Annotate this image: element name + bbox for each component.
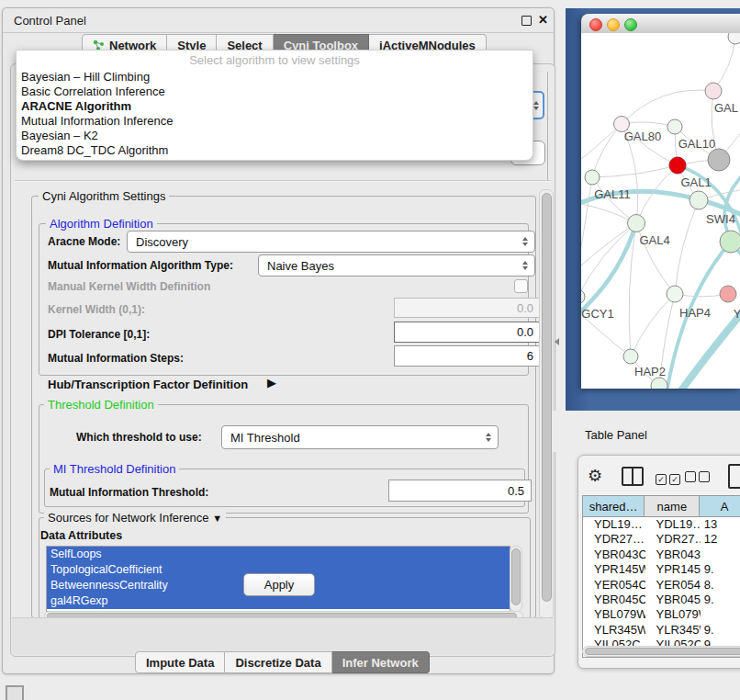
table-panel-window: ⚙ ✓✓ shared…nameA YDL19…YDL19…13YDR27…YD… <box>577 455 740 669</box>
algorithm-definition-title: Algorithm Definition <box>46 217 157 231</box>
table-cell: 12 <box>701 532 740 547</box>
mi-threshold-group-title: MI Threshold Definition <box>50 462 179 476</box>
table-row[interactable]: YDR27…YDR27…12 <box>583 532 740 547</box>
sources-collapse-arrow-icon[interactable]: ▼ <box>212 513 222 524</box>
network-window-titlebar[interactable] <box>581 14 740 34</box>
table-row[interactable]: YDL19…YDL19…13 <box>583 517 740 532</box>
splitter-collapse-icon[interactable] <box>555 338 559 345</box>
minimize-traffic-light-icon[interactable] <box>607 18 620 31</box>
tab-infer-network[interactable]: Infer Network <box>332 651 430 673</box>
kernel-width-label: Kernel Width (0,1): <box>48 303 145 316</box>
settings-vscrollbar[interactable] <box>539 189 554 619</box>
apply-button[interactable]: Apply <box>243 573 315 596</box>
mi-type-value: Naive Bayes <box>267 259 334 273</box>
table-cell: YBR045C <box>583 593 645 607</box>
tab-discretize-data-label: Discretize Data <box>235 656 320 670</box>
table-cell: YDR27… <box>583 532 645 547</box>
network-node-hap2[interactable] <box>623 349 638 364</box>
data-attribute-item[interactable]: SelfLoops <box>47 547 510 562</box>
dpi-tolerance-label: DPI Tolerance [0,1]: <box>48 328 150 341</box>
attributes-vscrollbar[interactable] <box>510 546 522 612</box>
network-node-y[interactable] <box>720 286 736 302</box>
table-cell: 9. <box>701 593 740 607</box>
docked-panel-icon[interactable] <box>6 685 24 700</box>
algorithm-option[interactable]: Mutual Information Inference <box>17 114 533 129</box>
algorithm-dropdown-placeholder: Select algorithm to view settings <box>17 51 533 70</box>
algorithm-option[interactable]: ARACNE Algorithm <box>17 99 533 114</box>
float-panel-icon[interactable] <box>521 16 532 26</box>
which-threshold-select[interactable]: MI Threshold <box>221 425 499 449</box>
table-row[interactable]: YPR145WYPR145W9. <box>583 562 740 577</box>
table-body: YDL19…YDL19…13YDR27…YDR27…12YBR043CYBR04… <box>583 517 740 653</box>
table-row[interactable]: YBR045CYBR045C9. <box>583 593 740 607</box>
table-cell: YBR043C <box>583 548 645 562</box>
table-column-header[interactable]: name <box>645 496 700 516</box>
network-node-gal10[interactable] <box>667 119 682 134</box>
apply-strip <box>12 617 554 655</box>
bottom-tabbar: Impute Data Discretize Data Infer Networ… <box>135 651 430 673</box>
table-row[interactable]: YLR345WYLR345W9. <box>583 623 740 638</box>
table-row[interactable]: YBR043CYBR043C <box>583 548 740 562</box>
zoom-traffic-light-icon[interactable] <box>624 18 637 31</box>
network-edge <box>581 223 636 297</box>
network-canvas[interactable]: GALGAL80GAL10GAL1GAL11SWI4GAL4GCY1HAP4YH… <box>581 33 740 389</box>
close-traffic-light-icon[interactable] <box>589 18 602 31</box>
table-row[interactable]: YBL079WYBL079W <box>583 607 740 622</box>
table-cell: YDL19… <box>645 517 701 532</box>
network-view-window: GALGAL80GAL10GAL1GAL11SWI4GAL4GCY1HAP4YH… <box>581 14 740 389</box>
table-row[interactable]: YER054CYER054C8. <box>583 578 740 593</box>
algorithm-option[interactable]: Basic Correlation Inference <box>17 85 533 99</box>
node-table: shared…nameA YDL19…YDL19…13YDR27…YDR27…1… <box>582 495 740 658</box>
network-node-gal4[interactable] <box>628 215 645 232</box>
network-node[interactable] <box>720 231 740 253</box>
column-layout-icon[interactable] <box>622 467 644 486</box>
which-threshold-value: MI Threshold <box>230 431 300 445</box>
mi-type-select[interactable]: Naive Bayes <box>258 254 535 277</box>
network-edge <box>622 90 713 124</box>
table-cell: YER054C <box>645 578 701 593</box>
network-edge <box>581 124 622 164</box>
network-node-hap4[interactable] <box>667 286 683 302</box>
network-node-label: GAL11 <box>594 187 631 201</box>
manual-kernel-label: Manual Kernel Width Definition <box>48 280 210 293</box>
dpi-tolerance-field[interactable]: 0.0 <box>394 322 541 343</box>
select-all-rows-icon[interactable]: ✓✓ <box>656 469 683 486</box>
algorithm-option[interactable]: Bayesian – K2 <box>17 129 533 143</box>
stepper-arrows-icon <box>522 237 528 246</box>
mi-threshold-field[interactable]: 0.5 <box>388 480 532 502</box>
network-node-gal11[interactable] <box>585 170 600 185</box>
tab-impute-data[interactable]: Impute Data <box>135 651 225 673</box>
export-table-icon[interactable] <box>728 464 740 489</box>
network-node-gal1[interactable] <box>669 157 686 174</box>
network-node-label: GAL4 <box>639 233 669 247</box>
network-node[interactable] <box>728 33 740 44</box>
table-cell: YBL079W <box>583 607 645 622</box>
table-cell: YPR145W <box>583 562 645 577</box>
table-cell <box>701 548 740 562</box>
network-node-gal[interactable] <box>705 83 722 99</box>
table-hscrollbar[interactable] <box>582 646 740 656</box>
tab-discretize-data[interactable]: Discretize Data <box>225 651 331 673</box>
network-node[interactable] <box>708 149 730 171</box>
table-column-header[interactable]: shared… <box>583 496 645 516</box>
network-node-swi4[interactable] <box>690 191 708 209</box>
mi-steps-label: Mutual Information Steps: <box>48 352 184 365</box>
stepper-arrows-icon <box>522 261 528 270</box>
table-column-header[interactable]: A <box>700 496 740 516</box>
manual-kernel-checkbox[interactable] <box>514 279 528 293</box>
settings-gear-icon[interactable]: ⚙ <box>588 466 602 486</box>
stepper-arrows-icon <box>486 433 491 442</box>
mi-steps-field[interactable]: 6 <box>394 345 541 367</box>
hub-expand-arrow-icon[interactable]: ▶ <box>267 376 276 390</box>
network-node-label: Y <box>734 307 740 321</box>
mi-threshold-value: 0.5 <box>508 484 524 498</box>
aracne-mode-select[interactable]: Discovery <box>127 231 535 253</box>
close-icon[interactable]: ✕ <box>538 13 548 27</box>
algorithm-option[interactable]: Dream8 DC_TDC Algorithm <box>17 143 533 158</box>
network-node-label: GCY1 <box>581 307 613 321</box>
network-node[interactable] <box>651 378 667 389</box>
mi-type-label: Mutual Information Algorithm Type: <box>48 259 233 272</box>
deselect-all-rows-icon[interactable] <box>685 469 712 486</box>
algorithm-option[interactable]: Bayesian – Hill Climbing <box>17 70 533 85</box>
network-node-gcy1[interactable] <box>581 289 585 304</box>
